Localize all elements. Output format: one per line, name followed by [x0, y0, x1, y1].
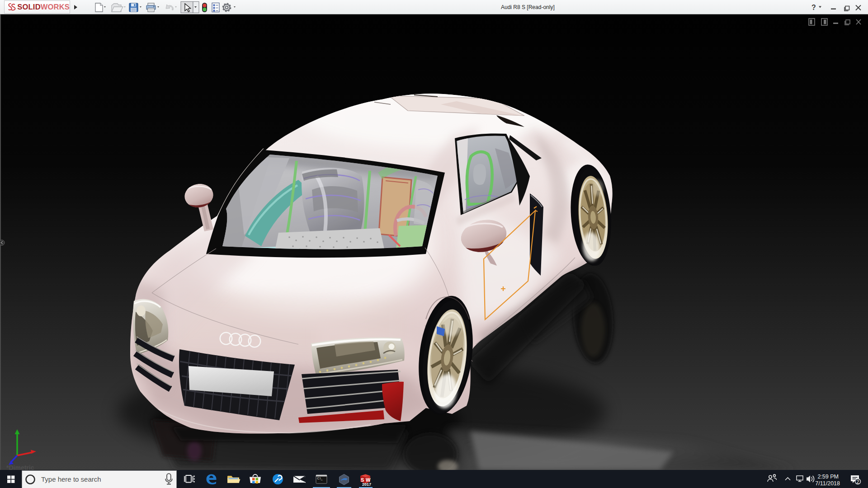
- svg-text:?: ?: [811, 4, 816, 11]
- svg-text:2017: 2017: [362, 482, 371, 487]
- svg-text:2:59 PM: 2:59 PM: [817, 474, 839, 480]
- svg-text:2: 2: [857, 479, 859, 484]
- svg-text:C:\_: C:\_: [317, 477, 323, 480]
- svg-text:7/11/2018: 7/11/2018: [815, 480, 840, 487]
